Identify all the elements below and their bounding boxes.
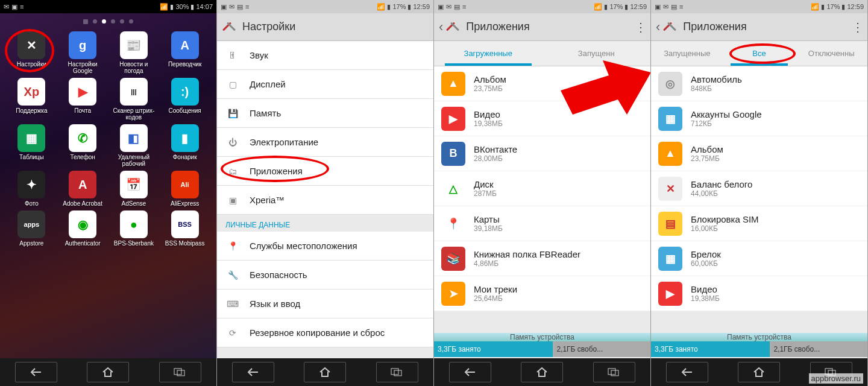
app-row[interactable]: ▦Аккаунты Google712КБ [651,101,867,136]
app-row[interactable]: △Диск287МБ [434,171,650,206]
app-size: 287МБ [474,189,497,198]
notif-icon: ▤ [454,3,460,11]
app-Authenticator[interactable]: ◉Authenticator [57,209,108,248]
nav-home[interactable] [87,362,129,382]
app-size: 848КБ [691,84,742,93]
app-row[interactable]: ▲Альбом23,75МБ [651,136,867,171]
app-grid: ✕НастройкиgНастройки Google📰Новости и по… [4,27,213,252]
overflow-menu[interactable]: ⋮ [852,20,863,34]
screen-settings: ▣✉▤≡ 📶▮17%▮12:59 Настройки 🎚Звук▢Дисплей… [217,0,434,386]
settings-item[interactable]: ▢Дисплей [217,70,433,99]
settings-item[interactable]: ⏻Электропитание [217,128,433,157]
app-row[interactable]: ✕Баланс белого44,00КБ [651,171,867,206]
app-Фото[interactable]: ✦Фото [6,169,57,208]
app-Сообщения[interactable]: :)Сообщения [159,77,210,122]
svg-rect-6 [611,370,618,376]
status-bar: ✉ ▣ ≡ 📶 ▮ 30% ▮ 14:07 [0,0,216,13]
nav-bar [434,358,650,386]
settings-item[interactable]: ⌨Язык и ввод [217,290,433,318]
app-Телефон[interactable]: ✆Телефон [57,123,108,168]
app-Настройки Google[interactable]: gНастройки Google [57,30,108,75]
battery-icon: ▮ [841,3,845,11]
tab[interactable]: Загруженные [434,41,542,66]
back-button[interactable]: ‹ [656,19,660,35]
settings-icon [445,19,461,35]
storage-bar: Память устройства 3,3ГБ занято 2,1ГБ сво… [651,333,867,358]
app-AdSense[interactable]: 📅AdSense [108,169,160,208]
app-Новости и погода[interactable]: 📰Новости и погода [108,30,160,75]
clock: 14:07 [196,3,213,10]
app-row[interactable]: ▤Блокировка SIM16,00КБ [651,206,867,241]
app-BPS-Sberbank[interactable]: ●BPS-Sberbank [108,209,160,248]
app-Фонарик[interactable]: ▮Фонарик [159,123,210,168]
wifi-icon: 📶 [377,3,385,11]
nav-back[interactable] [449,362,491,382]
app-label: Переводчик [168,61,201,68]
status-bar: ▣✉▤≡ 📶▮17%▮12:59 [434,0,650,13]
nav-recent[interactable] [159,362,201,382]
item-label: Электропитание [250,137,318,147]
app-row[interactable]: ▶Видео19,38МБ [651,276,867,311]
app-Appstore[interactable]: appsAppstore [6,209,57,248]
tab[interactable]: Запущенные [651,41,723,66]
app-label: Authenticator [65,240,101,247]
settings-item[interactable]: ⟳Резервное копирование и сброс [217,318,433,347]
settings-item[interactable]: 💾Память [217,99,433,128]
app-icon: ▦ [658,107,682,131]
nav-home[interactable] [521,362,563,382]
app-AliExpress[interactable]: AliAliExpress [159,169,210,208]
app-BSS Mobipass[interactable]: BSSBSS Mobipass [159,209,210,248]
app-label: Новости и погода [110,61,159,74]
app-row[interactable]: ◎Автомобиль848КБ [651,66,867,101]
nav-back[interactable] [232,362,274,382]
storage-bar: Память устройства 3,3ГБ занято 2,1ГБ сво… [434,333,650,358]
app-row[interactable]: ▦Брелок60,00КБ [651,241,867,276]
app-icon: ✕ [658,177,682,201]
tab[interactable]: Запущенн [542,41,651,66]
app-row[interactable]: ➤Мои треки25,64МБ [434,276,650,311]
settings-item[interactable]: 🔧Безопасность [217,261,433,290]
app-size: 60,00КБ [691,259,721,268]
app-row[interactable]: BВКонтакте28,00МБ [434,136,650,171]
nav-home[interactable] [738,362,780,382]
app-row[interactable]: ▶Видео19,38МБ [434,101,650,136]
tab[interactable]: Все [723,41,796,66]
app-row[interactable]: ▲Альбом23,75МБ [434,66,650,101]
app-icon: ▦ [17,124,45,152]
item-icon: 💾 [224,107,241,120]
nav-home[interactable] [304,362,346,382]
app-Переводчик[interactable]: AПереводчик [159,30,210,75]
back-button[interactable]: ‹ [439,19,443,35]
app-Таблицы[interactable]: ▦Таблицы [6,123,57,168]
clock: 12:59 [847,3,864,10]
app-name: Мои треки [474,284,517,294]
storage-free: 2,1ГБ свобо... [553,341,650,357]
settings-item[interactable]: 🎚Звук [217,41,433,70]
app-Настройки[interactable]: ✕Настройки [6,30,57,75]
item-label: Память [250,108,281,118]
nav-recent[interactable] [376,362,418,382]
overflow-menu[interactable]: ⋮ [635,20,646,34]
svg-rect-0 [174,369,181,375]
settings-item[interactable]: ▣Xperia™ [217,186,433,215]
nav-recent[interactable] [593,362,635,382]
tab[interactable]: Отключенны [795,41,867,66]
app-row[interactable]: 📚Книжная полка FBReader4,86МБ [434,241,650,276]
app-Adobe Acrobat[interactable]: AAdobe Acrobat [57,169,108,208]
item-label: Приложения [250,166,303,176]
item-icon: 📍 [224,239,241,253]
app-Удаленный рабочий[interactable]: ◧Удаленный рабочий [108,123,160,168]
svg-rect-2 [391,369,398,375]
app-Поддержка[interactable]: XpПоддержка [6,77,57,122]
app-icon: 📅 [120,171,148,198]
settings-item[interactable]: 🗂Приложения [217,157,433,186]
app-row[interactable]: 📍Карты39,18МБ [434,206,650,241]
notif-icon: ✉ [663,3,668,11]
settings-item[interactable]: 📍Службы местоположения [217,232,433,261]
wifi-icon: 📶 [160,3,168,11]
nav-back[interactable] [15,362,57,382]
app-Сканер штрих-кодов[interactable]: |||Сканер штрих-кодов [108,77,160,122]
nav-back[interactable] [666,362,708,382]
app-Почта[interactable]: ▶Почта [57,77,108,122]
app-label: Сканер штрих-кодов [110,107,159,121]
